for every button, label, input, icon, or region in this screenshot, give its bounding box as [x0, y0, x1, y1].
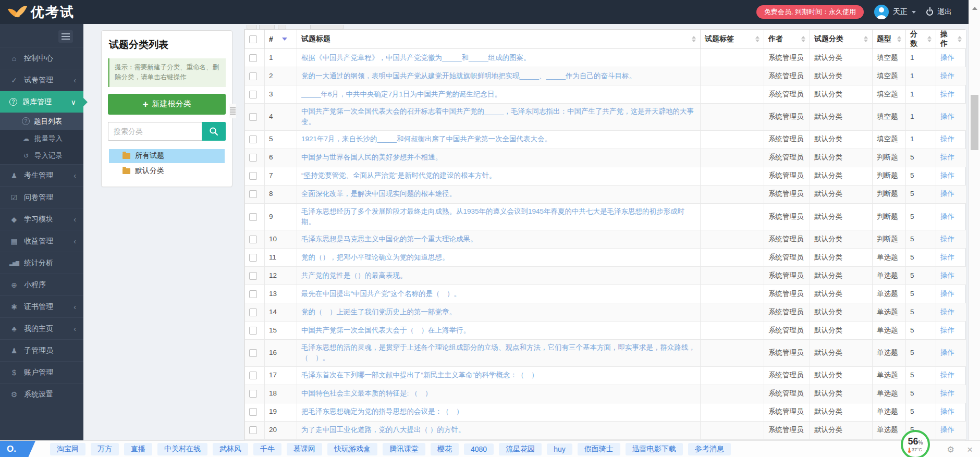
- sidebar-item[interactable]: ⊕ 小程序: [0, 274, 83, 295]
- row-checkbox[interactable]: [249, 54, 257, 62]
- row-checkbox[interactable]: [249, 91, 257, 98]
- row-action-link[interactable]: 操作: [940, 171, 954, 179]
- question-title-link[interactable]: 1921年7月，来自长沙的_____和何叔衡出席了中国共产党第一次全国代表大会。: [301, 135, 552, 143]
- row-action-link[interactable]: 操作: [940, 72, 954, 80]
- row-action-link[interactable]: 操作: [940, 90, 954, 98]
- question-title-link[interactable]: 共产党的党性是（）的最高表现。: [301, 271, 407, 279]
- row-action-link[interactable]: 操作: [940, 113, 954, 120]
- category-tree-item[interactable]: 所有试题: [109, 149, 225, 163]
- row-checkbox[interactable]: [249, 172, 257, 180]
- column-header-author[interactable]: 作者: [764, 30, 810, 49]
- sidebar-item[interactable]: ◆ 学习模块 ‹: [0, 208, 83, 230]
- bookmark-link[interactable]: 流星花园: [499, 443, 542, 455]
- question-title-link[interactable]: 毛泽东思想是马克思主义中国化的第一个重大理论成果。: [301, 235, 477, 243]
- sidebar-item[interactable]: ☑ 问卷管理: [0, 186, 83, 208]
- row-action-link[interactable]: 操作: [940, 235, 954, 243]
- select-all-checkbox[interactable]: [249, 35, 257, 43]
- user-menu[interactable]: 天正: [874, 5, 916, 19]
- question-title-link[interactable]: 党的（ ）上诞生了我们党历史上的第一部党章。: [301, 308, 456, 316]
- question-title-link[interactable]: 全面深化改革，是解决中国现实问题的根本途径。: [301, 190, 456, 197]
- system-health-gauge[interactable]: 56% 37°C: [901, 430, 930, 457]
- row-checkbox[interactable]: [249, 327, 257, 335]
- row-checkbox[interactable]: [249, 272, 257, 280]
- sidebar-item[interactable]: ♟ 子管理员: [0, 339, 83, 361]
- row-action-link[interactable]: 操作: [940, 308, 954, 316]
- logout-button[interactable]: 退出: [926, 7, 952, 17]
- row-checkbox[interactable]: [249, 349, 257, 357]
- question-title-link[interactable]: 中国梦与世界各国人民的美好梦想并不相通。: [301, 153, 442, 161]
- new-root-category-button[interactable]: + 新建根分类: [108, 94, 226, 115]
- question-title-link[interactable]: 中国共产党第一次全国代表大会的召开标志着中国共产党的_____，毛泽东同志指出：…: [301, 107, 694, 126]
- column-header-score[interactable]: 分数: [906, 30, 936, 49]
- panel-resize-grip[interactable]: [229, 104, 236, 118]
- bookmark-link[interactable]: 淘宝网: [50, 443, 85, 455]
- bookmark-link[interactable]: 4080: [464, 443, 494, 455]
- question-title-link[interactable]: 为了走中国工业化道路，党的八大提出（ ）的方针。: [301, 426, 465, 434]
- row-action-link[interactable]: 操作: [940, 426, 954, 434]
- close-icon[interactable]: ×: [967, 444, 973, 454]
- bookmark-link[interactable]: 直播: [124, 443, 152, 455]
- category-search-input[interactable]: [108, 122, 202, 141]
- question-title-link[interactable]: 中国特色社会主义最本质的特征是: （ ）: [301, 389, 432, 397]
- sidebar-item[interactable]: ✱ 证书管理 ‹: [0, 295, 83, 317]
- row-checkbox[interactable]: [249, 135, 257, 143]
- row-action-link[interactable]: 操作: [940, 290, 954, 298]
- row-action-link[interactable]: 操作: [940, 326, 954, 334]
- row-checkbox[interactable]: [249, 113, 257, 121]
- row-checkbox[interactable]: [249, 236, 257, 243]
- row-checkbox[interactable]: [249, 426, 257, 434]
- sidebar-item[interactable]: ? 题库管理 ∨: [0, 91, 83, 113]
- bookmark-link[interactable]: 假面骑士: [578, 443, 620, 455]
- column-header-category[interactable]: 试题分类: [810, 30, 873, 49]
- bookmark-link[interactable]: 中关村在线: [157, 443, 207, 455]
- sidebar-item[interactable]: ♟ 考生管理 ‹: [0, 164, 83, 186]
- question-title-link[interactable]: 毛泽东首次在下列哪一部文献中提出了“新民主主义革命”的科学概念：（ ）: [301, 371, 538, 379]
- row-checkbox[interactable]: [249, 254, 257, 262]
- bookmark-link[interactable]: 千牛: [253, 443, 281, 455]
- row-checkbox[interactable]: [249, 72, 257, 80]
- sidebar-item[interactable]: ▤ 收益管理 ‹: [0, 230, 83, 252]
- sidebar-collapse-button[interactable]: [58, 30, 73, 43]
- row-checkbox[interactable]: [249, 390, 257, 398]
- sidebar-item[interactable]: ♣ 我的主页 ‹: [0, 317, 83, 339]
- question-title-link[interactable]: 党的一大通过的纲领，表明中国共产党从建党开始就旗帜鲜明地把实现_____、___…: [301, 72, 636, 80]
- bookmark-link[interactable]: huy: [547, 443, 572, 455]
- bookmark-link[interactable]: 万方: [91, 443, 119, 455]
- row-action-link[interactable]: 操作: [940, 407, 954, 415]
- sidebar-item[interactable]: ? 题目列表: [0, 113, 83, 130]
- sidebar-item[interactable]: ▂▅▇ 统计分析: [0, 252, 83, 274]
- row-checkbox[interactable]: [249, 372, 257, 379]
- row-action-link[interactable]: 操作: [940, 389, 954, 397]
- column-header-type[interactable]: 题型: [873, 30, 906, 49]
- bookmark-link[interactable]: 快玩游戏盒: [327, 443, 377, 455]
- row-checkbox[interactable]: [249, 154, 257, 162]
- question-title-link[interactable]: 党的（），把邓小平理论确立为党的知道思想。: [301, 253, 449, 261]
- question-title-link[interactable]: 中国共产党第一次全国代表大会于（ ）在上海举行。: [301, 326, 470, 334]
- question-title-link[interactable]: _____年6月，中共中央确定7月1日为中国共产党的诞生纪念日。: [301, 90, 501, 98]
- browser-logo-icon[interactable]: O.: [0, 441, 35, 457]
- row-action-link[interactable]: 操作: [940, 253, 954, 261]
- scroll-up-arrow-icon[interactable]: [972, 7, 977, 10]
- row-action-link[interactable]: 操作: [940, 54, 954, 61]
- question-title-link[interactable]: “坚持党要管党、全面从严治党”是新时代党的建设的根本方针。: [301, 171, 496, 179]
- row-checkbox[interactable]: [249, 213, 257, 221]
- question-title-link[interactable]: 毛泽东思想经历了多个发展阶段才最终走向成熟。从1935年的遵义会议到1945年春…: [301, 207, 684, 226]
- row-checkbox[interactable]: [249, 308, 257, 316]
- row-checkbox[interactable]: [249, 408, 257, 416]
- sidebar-item[interactable]: ✓ 试卷管理 ‹: [0, 69, 83, 91]
- row-action-link[interactable]: 操作: [940, 371, 954, 379]
- column-header-tag[interactable]: 试题标签: [701, 30, 764, 49]
- bookmark-link[interactable]: 迅雷电影下载: [626, 443, 683, 455]
- sidebar-item[interactable]: $ 账户管理: [0, 361, 83, 383]
- bookmark-link[interactable]: 武林风: [213, 443, 248, 455]
- row-action-link[interactable]: 操作: [940, 153, 954, 161]
- row-action-link[interactable]: 操作: [940, 271, 954, 279]
- sidebar-item[interactable]: ☁ 批量导入: [0, 130, 83, 147]
- question-title-link[interactable]: 毛泽东思想的活的灵魂，是贯穿于上述各个理论组成部分的立场、观点和方法，它们有三个…: [301, 343, 695, 362]
- column-header-title[interactable]: 试题标题: [297, 30, 701, 49]
- category-tree-item[interactable]: 默认分类: [109, 164, 225, 178]
- bookmark-link[interactable]: 樱花: [431, 443, 459, 455]
- category-search-button[interactable]: [202, 122, 226, 141]
- bookmark-link[interactable]: 腾讯课堂: [383, 443, 425, 455]
- bookmark-link[interactable]: 慕课网: [287, 443, 322, 455]
